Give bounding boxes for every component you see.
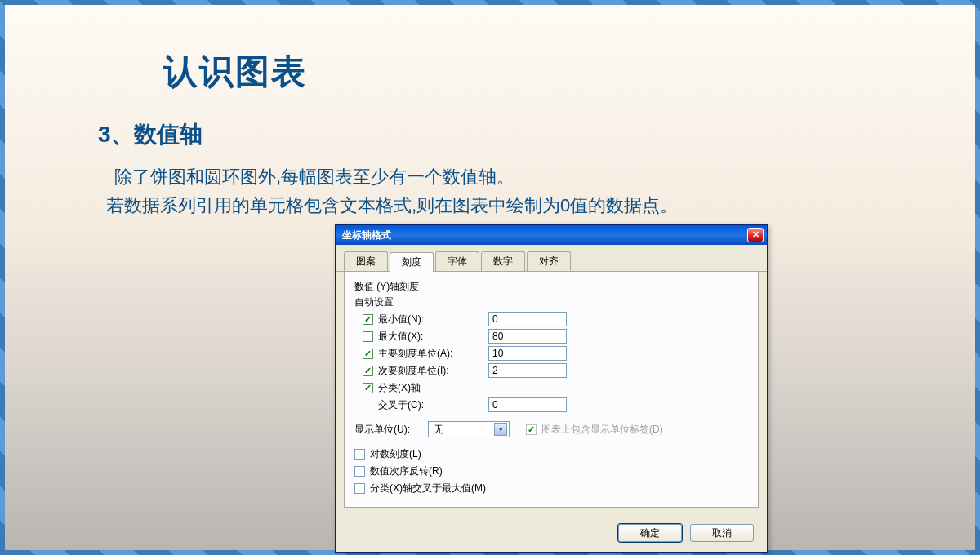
close-icon[interactable]: ✕	[747, 228, 764, 242]
tab-align[interactable]: 对齐	[527, 251, 571, 271]
tab-strip: 图案 刻度 字体 数字 对齐	[336, 245, 767, 272]
checkbox-reverse[interactable]	[354, 466, 365, 477]
label-log: 对数刻度(L)	[370, 447, 421, 461]
label-show-unit: 图表上包含显示单位标签(D)	[541, 423, 663, 437]
label-major: 主要刻度单位(A):	[378, 347, 488, 361]
cancel-button[interactable]: 取消	[690, 524, 754, 542]
tab-pattern[interactable]: 图案	[344, 251, 388, 271]
ok-button[interactable]: 确定	[618, 524, 682, 542]
tab-font[interactable]: 字体	[435, 251, 479, 271]
dialog-body: 数值 (Y)轴刻度 自动设置 最小值(N): 0 最大值(X): 80 主要刻度…	[344, 272, 759, 508]
label-min: 最小值(N):	[378, 313, 488, 326]
tab-scale[interactable]: 刻度	[390, 252, 434, 272]
checkbox-major[interactable]	[363, 349, 373, 359]
label-display-unit: 显示单位(U):	[354, 423, 428, 437]
input-cross-at[interactable]: 0	[488, 397, 567, 412]
dialog-button-row: 确定 取消	[336, 516, 767, 552]
input-major[interactable]: 10	[488, 346, 567, 361]
input-min[interactable]: 0	[488, 312, 567, 326]
checkbox-show-unit-label	[526, 424, 537, 435]
checkbox-category[interactable]	[363, 383, 373, 393]
chevron-down-icon: ▾	[494, 423, 507, 436]
dialog-titlebar[interactable]: 坐标轴格式 ✕	[336, 225, 767, 245]
input-max[interactable]: 80	[488, 329, 567, 344]
section-heading: 3、数值轴	[98, 119, 898, 150]
axis-format-dialog: 坐标轴格式 ✕ 图案 刻度 字体 数字 对齐 数值 (Y)轴刻度 自动设置 最小…	[335, 224, 768, 553]
label-cross-max: 分类(X)轴交叉于最大值(M)	[370, 482, 486, 495]
label-reverse: 数值次序反转(R)	[370, 464, 443, 478]
input-minor[interactable]: 2	[488, 363, 567, 378]
checkbox-min[interactable]	[363, 314, 373, 325]
body-text-2: 若数据系列引用的单元格包含文本格式,则在图表中绘制为0值的数据点。	[106, 191, 898, 220]
scale-header: 数值 (Y)轴刻度	[354, 280, 748, 294]
checkbox-max[interactable]	[363, 331, 373, 342]
slide-title: 认识图表	[163, 49, 898, 95]
checkbox-minor[interactable]	[363, 366, 373, 376]
label-cross-at: 交叉于(C):	[378, 398, 488, 412]
checkbox-cross-max[interactable]	[354, 483, 365, 494]
dialog-title: 坐标轴格式	[342, 229, 747, 242]
label-max: 最大值(X):	[378, 330, 488, 344]
dropdown-display-unit-value: 无	[434, 423, 494, 437]
label-minor: 次要刻度单位(I):	[378, 364, 488, 378]
auto-set-label: 自动设置	[354, 295, 748, 309]
checkbox-log[interactable]	[354, 449, 365, 460]
body-text-1: 除了饼图和圆环图外,每幅图表至少有一个数值轴。	[114, 162, 898, 191]
label-category: 分类(X)轴	[378, 381, 488, 395]
tab-number[interactable]: 数字	[481, 251, 525, 271]
dropdown-display-unit[interactable]: 无 ▾	[428, 421, 510, 437]
